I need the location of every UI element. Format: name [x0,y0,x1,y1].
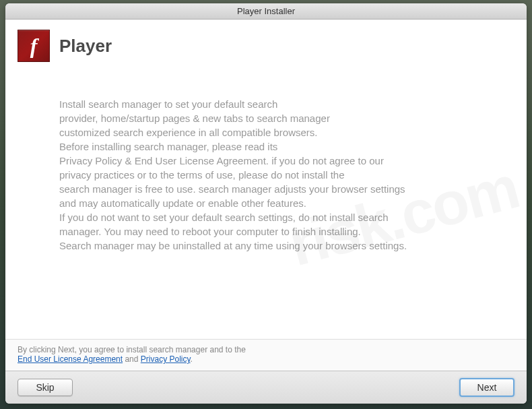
body-line: privacy practices or to the terms of use… [59,168,473,182]
header: f Player [5,20,527,70]
flash-player-icon: f [18,30,50,62]
body-line: Privacy Policy & End User License Agreem… [59,154,473,168]
footer-suffix: . [191,354,193,364]
content-area: f Player risk.com Install search manager… [5,20,527,371]
window-titlebar: Player Installer [5,3,527,20]
body-line: customized search experience in all comp… [59,125,473,139]
skip-button[interactable]: Skip [18,379,73,396]
window-title: Player Installer [237,6,295,16]
privacy-policy-link[interactable]: Privacy Policy [141,354,191,364]
body-line: Before installing search manager, please… [59,139,473,154]
installer-description: Install search manager to set your defau… [5,70,527,266]
spacer [5,266,527,339]
eula-link[interactable]: End User License Agreement [18,354,123,364]
body-line: provider, home/startup pages & new tabs … [59,111,473,125]
body-line: Search manager may be uninstalled at any… [59,239,473,253]
body-line: search manager is free to use. search ma… [59,182,473,196]
next-button[interactable]: Next [459,378,514,397]
body-line: Install search manager to set your defau… [59,97,473,111]
body-line: and may automatically update or enable o… [59,196,473,210]
body-line: If you do not want to set your default s… [59,210,473,224]
body-line: manager. You may need to reboot your com… [59,224,473,239]
button-bar: Skip Next [5,371,527,404]
footer-and: and [123,354,141,364]
footer-prefix: By clicking Next, you agree to install s… [18,345,246,354]
app-title: Player [59,36,112,57]
footer-disclaimer: By clicking Next, you agree to install s… [5,339,527,371]
installer-window: Player Installer f Player risk.com Insta… [5,3,527,404]
